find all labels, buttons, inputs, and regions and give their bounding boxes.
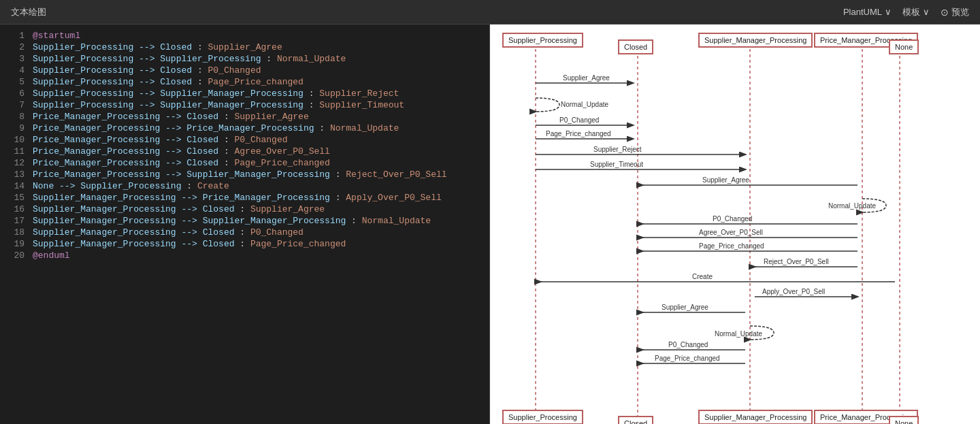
svg-text:Normal_Update: Normal_Update (715, 330, 762, 338)
svg-text:P0_Changed: P0_Changed (559, 116, 599, 124)
svg-text:Apply_Over_P0_Sell: Apply_Over_P0_Sell (762, 288, 825, 295)
line-6: 6 Supplier_Processing --> Supplier_Manag… (0, 88, 489, 99)
line-14: 14 None --> Supplier_Processing : Create (0, 180, 489, 192)
svg-text:Page_Price_changed: Page_Price_changed (655, 355, 720, 362)
svg-text:Supplier_Agree: Supplier_Agree (662, 304, 708, 311)
line-13: 13 Price_Manager_Processing --> Supplier… (0, 169, 489, 180)
svg-text:Agree_Over_P0_Sell: Agree_Over_P0_Sell (699, 229, 763, 236)
main-area: 1 @startuml 2 Supplier_Processing --> Cl… (0, 25, 980, 424)
template-label: 模板 (902, 6, 920, 18)
line-10: 10 Price_Manager_Processing --> Closed :… (0, 134, 489, 146)
actor-none-bottom: None (889, 416, 919, 424)
line-12: 12 Price_Manager_Processing --> Closed :… (0, 157, 489, 169)
line-16: 16 Supplier_Manager_Processing --> Close… (0, 203, 489, 215)
line-19: 19 Supplier_Manager_Processing --> Close… (0, 238, 489, 250)
line-5: 5 Supplier_Processing --> Closed : Page_… (0, 76, 489, 88)
line-8: 8 Price_Manager_Processing --> Closed : … (0, 111, 489, 123)
line-17: 17 Supplier_Manager_Processing --> Suppl… (0, 215, 489, 227)
line-15: 15 Supplier_Manager_Processing --> Price… (0, 192, 489, 203)
svg-text:Normal_Update: Normal_Update (561, 101, 608, 108)
editor-pane[interactable]: 1 @startuml 2 Supplier_Processing --> Cl… (0, 25, 490, 424)
sequence-diagram-svg: Supplier_Agree Normal_Update P0_Changed … (498, 30, 920, 424)
line-9: 9 Price_Manager_Processing --> Price_Man… (0, 123, 489, 134)
plantuml-chevron: ∨ (885, 7, 892, 17)
line-20: 20 @enduml (0, 250, 489, 261)
svg-text:Reject_Over_P0_Sell: Reject_Over_P0_Sell (764, 258, 829, 265)
actor-closed-bottom: Closed (618, 416, 653, 424)
actor-supplier-manager-bottom: Supplier_Manager_Processing (698, 410, 813, 424)
preview-button[interactable]: ⊙ 预览 (941, 6, 969, 18)
svg-text:Create: Create (692, 273, 713, 280)
line-3: 3 Supplier_Processing --> Supplier_Proce… (0, 53, 489, 65)
svg-text:Page_Price_changed: Page_Price_changed (699, 242, 764, 250)
topbar: 文本绘图 PlantUML ∨ 模板 ∨ ⊙ 预览 (0, 0, 980, 25)
svg-text:Normal_Update: Normal_Update (828, 202, 876, 210)
line-2: 2 Supplier_Processing --> Closed : Suppl… (0, 42, 489, 53)
svg-text:Supplier_Agree: Supplier_Agree (563, 74, 610, 82)
template-chevron: ∨ (923, 7, 930, 17)
svg-text:Supplier_Agree: Supplier_Agree (702, 176, 749, 184)
svg-text:P0_Changed: P0_Changed (668, 341, 708, 348)
line-11: 11 Price_Manager_Processing --> Closed :… (0, 146, 489, 157)
line-7: 7 Supplier_Processing --> Supplier_Manag… (0, 99, 489, 111)
plantuml-dropdown[interactable]: PlantUML ∨ (843, 7, 892, 17)
svg-text:Page_Price_changed: Page_Price_changed (546, 130, 611, 137)
line-1: 1 @startuml (0, 30, 489, 42)
template-dropdown[interactable]: 模板 ∨ (902, 6, 930, 18)
svg-text:Supplier_Timeout: Supplier_Timeout (590, 161, 643, 168)
line-18: 18 Supplier_Manager_Processing --> Close… (0, 227, 489, 238)
svg-text:P0_Changed: P0_Changed (713, 215, 752, 223)
actor-supplier-processing-bottom: Supplier_Processing (502, 410, 583, 424)
toolbar-right: PlantUML ∨ 模板 ∨ ⊙ 预览 (843, 6, 969, 18)
svg-text:Supplier_Reject: Supplier_Reject (593, 146, 642, 153)
diagram-pane: Supplier_Processing Closed Supplier_Mana… (490, 25, 980, 424)
preview-label: 预览 (951, 6, 969, 18)
line-4: 4 Supplier_Processing --> Closed : P0_Ch… (0, 65, 489, 76)
app-title: 文本绘图 (11, 6, 46, 18)
preview-icon: ⊙ (941, 7, 949, 18)
plantuml-label: PlantUML (843, 7, 882, 17)
